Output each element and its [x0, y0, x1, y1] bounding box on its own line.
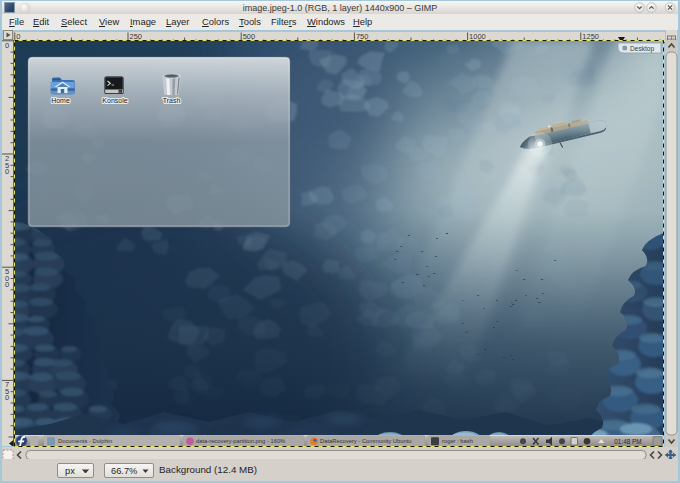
- svg-text:0: 0: [5, 393, 9, 402]
- svg-text:Home: Home: [51, 97, 70, 104]
- svg-text:DataRecovery - Community Ubunt: DataRecovery - Community Ubuntu: [320, 438, 412, 444]
- svg-text:0: 0: [5, 280, 9, 289]
- svg-text:Konsole: Konsole: [102, 97, 127, 104]
- svg-text:data-recovery-partition.png -: data-recovery-partition.png - 160%: [196, 438, 285, 444]
- svg-text:Desktop: Desktop: [630, 45, 655, 53]
- svg-text:roger : bash: roger : bash: [442, 438, 473, 444]
- svg-text:0: 0: [5, 41, 9, 50]
- svg-text:Documents - Dolphin: Documents - Dolphin: [58, 438, 112, 444]
- svg-text:01:48 PM: 01:48 PM: [614, 438, 641, 445]
- svg-text:Trash: Trash: [163, 97, 181, 104]
- svg-text:0: 0: [5, 167, 9, 176]
